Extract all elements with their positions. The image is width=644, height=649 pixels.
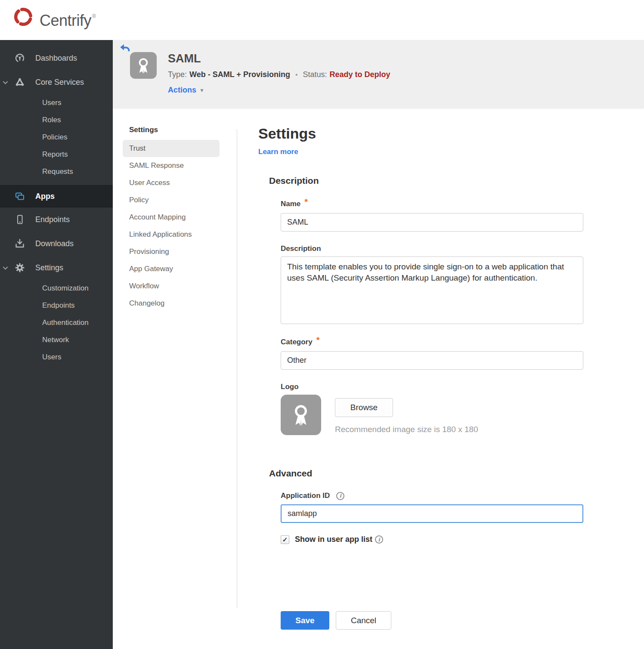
subnav-item-app-gateway[interactable]: App Gateway — [123, 260, 220, 278]
vertical-divider — [237, 129, 237, 608]
required-marker: * — [304, 197, 308, 207]
sidebar-item-reports[interactable]: Reports — [0, 146, 113, 163]
subnav-item-account-mapping[interactable]: Account Mapping — [123, 209, 220, 226]
sidebar-item-users[interactable]: Users — [0, 94, 113, 111]
ribbon-icon — [288, 402, 314, 428]
sidebar-item-requests[interactable]: Requests — [0, 163, 113, 180]
browse-button[interactable]: Browse — [335, 398, 393, 417]
centrify-logo-icon — [12, 5, 34, 28]
subnav-item-saml-response[interactable]: SAML Response — [123, 157, 220, 174]
sidebar-item-roles[interactable]: Roles — [0, 111, 113, 129]
sidebar-item-apps[interactable]: Apps — [0, 185, 113, 207]
app-meta: Type: Web - SAML + Provisioning • Status… — [168, 70, 390, 79]
settings-panel: Settings Learn more Description Name * D… — [258, 125, 585, 630]
application-id-field[interactable] — [281, 504, 583, 523]
app-logo — [130, 52, 157, 79]
description-field[interactable]: This template enables you to provide sin… — [281, 257, 583, 324]
apps-icon — [15, 191, 25, 201]
sidebar-item-label: Dashboards — [0, 54, 77, 63]
sidebar-item-label: Settings — [0, 263, 63, 272]
sidebar-item-core-services[interactable]: Core Services — [0, 70, 113, 94]
subnav-item-provisioning[interactable]: Provisioning — [123, 243, 220, 260]
sidebar-item-customization[interactable]: Customization — [0, 280, 113, 297]
sidebar-item-authentication[interactable]: Authentication — [0, 314, 113, 331]
top-bar: Centrify® — [0, 0, 644, 40]
sidebar-item-dashboards[interactable]: Dashboards — [0, 46, 113, 70]
type-value: Web - SAML + Provisioning — [189, 70, 290, 79]
subnav-item-policy[interactable]: Policy — [123, 192, 220, 209]
type-label: Type: — [168, 70, 187, 79]
brand-logo: Centrify® — [12, 5, 96, 32]
actions-menu-button[interactable]: Actions ▼ — [168, 86, 204, 95]
subnav-item-changelog[interactable]: Changelog — [123, 295, 220, 312]
sidebar-item-downloads[interactable]: Downloads — [0, 232, 113, 256]
sidebar-item-policies[interactable]: Policies — [0, 129, 113, 146]
required-marker: * — [316, 335, 320, 345]
sidebar-item-settings[interactable]: Settings — [0, 256, 113, 280]
chevron-down-icon — [2, 79, 9, 86]
gear-icon — [15, 263, 25, 273]
sidebar-item-settings-endpoints[interactable]: Endpoints — [0, 297, 113, 314]
subnav-item-trust[interactable]: Trust — [123, 140, 220, 157]
registered-mark: ® — [92, 13, 96, 19]
description-section-heading: Description — [269, 176, 585, 186]
subnav-header: Settings — [123, 126, 220, 134]
app-header: SAML Type: Web - SAML + Provisioning • S… — [113, 40, 644, 108]
status-label: Status: — [303, 70, 327, 79]
show-in-user-app-list-label: Show in user app list i — [295, 535, 383, 544]
save-button[interactable]: Save — [281, 611, 329, 630]
logo-label: Logo — [281, 383, 585, 391]
name-label: Name * — [281, 199, 585, 209]
chevron-down-icon — [2, 265, 9, 271]
sidebar-item-label: Apps — [0, 192, 55, 201]
sidebar-item-label: Core Services — [0, 78, 84, 87]
subnav-item-user-access[interactable]: User Access — [123, 174, 220, 192]
app-title: SAML — [168, 52, 390, 65]
sidebar-item-settings-users[interactable]: Users — [0, 349, 113, 366]
info-icon[interactable]: i — [336, 492, 344, 500]
sidebar-item-label: Downloads — [0, 239, 74, 248]
back-button[interactable] — [119, 43, 130, 54]
advanced-section-heading: Advanced — [269, 468, 585, 479]
cancel-button[interactable]: Cancel — [336, 611, 391, 630]
subnav-item-linked-applications[interactable]: Linked Applications — [123, 226, 220, 243]
logo-preview — [281, 395, 321, 435]
page-title: Settings — [258, 125, 585, 142]
ribbon-icon — [133, 56, 153, 75]
gauge-icon — [15, 53, 25, 63]
caret-down-icon: ▼ — [199, 87, 204, 93]
status-value: Ready to Deploy — [330, 70, 390, 79]
logo-size-hint: Recommended image size is 180 x 180 — [335, 425, 478, 434]
sidebar-item-label: Endpoints — [0, 215, 70, 224]
learn-more-link[interactable]: Learn more — [258, 148, 298, 156]
subnav-item-workflow[interactable]: Workflow — [123, 278, 220, 295]
sidebar-item-network[interactable]: Network — [0, 331, 113, 349]
category-label: Category * — [281, 337, 585, 347]
sidebar-item-endpoints[interactable]: Endpoints — [0, 207, 113, 232]
application-id-label: Application ID i — [281, 491, 585, 500]
category-field[interactable] — [281, 351, 583, 370]
core-services-icon — [15, 77, 25, 87]
app-settings-nav: Settings Trust SAML Response User Access… — [123, 126, 220, 312]
info-icon[interactable]: i — [375, 535, 383, 544]
description-label: Description — [281, 244, 585, 253]
show-in-user-app-list-checkbox[interactable]: ✓ — [281, 535, 289, 544]
name-field[interactable] — [281, 213, 583, 232]
device-icon — [15, 214, 25, 225]
sidebar: Dashboards Core Services Users Roles Pol… — [0, 40, 113, 649]
download-icon — [15, 238, 25, 249]
brand-name: Centrify® — [40, 5, 96, 32]
meta-separator: • — [295, 71, 298, 79]
